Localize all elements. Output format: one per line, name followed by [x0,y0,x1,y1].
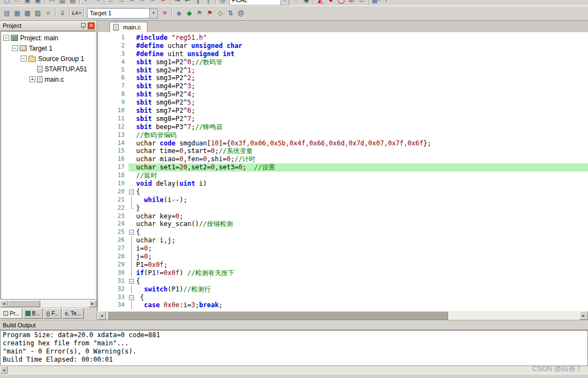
windows-icon[interactable]: ▦▾ [371,0,381,5]
code-line[interactable]: 28j=0; [98,253,588,261]
code-line[interactable]: 10sbit smg7=P2^6; [98,107,588,115]
batch-build-icon[interactable]: ▨ [33,8,43,19]
code-line[interactable]: 20−{ [98,188,588,196]
output-scroll-track[interactable] [8,366,588,374]
enable-breakpoints-icon[interactable]: ⊙ [357,0,367,5]
redo-icon[interactable]: ↷ [92,0,102,5]
code-editor[interactable]: 1#include "reg51.h"2#define uchar unsign… [97,32,588,310]
code-line[interactable]: 3#define uint unsigned int [98,50,588,58]
start-stop-debug-icon[interactable]: ◭ [315,0,326,5]
paste-icon[interactable]: ▤ [68,0,78,5]
code-line[interactable]: 18//延时 [98,172,588,180]
tree-item-startup-a51[interactable]: STARTUP.A51 [1,64,95,74]
code-line[interactable]: 5sbit smg2=P2^1; [98,66,588,75]
file-extensions-icon[interactable]: ◈ [174,8,184,19]
code-line[interactable]: 8sbit smg5=P2^4; [98,90,588,99]
target-combo[interactable]: Target 1▾ [87,8,158,19]
project-scroll-right-button[interactable]: ► [89,300,96,307]
code-line[interactable]: 27i=0; [98,245,588,253]
fold-collapse-icon[interactable]: − [128,228,135,236]
open-file-icon[interactable]: ▱ [12,0,22,5]
cut-icon[interactable]: ✂ [47,0,57,5]
code-line[interactable]: 16uchar miao=0,fen=0,shi=0;//计时 [98,155,588,163]
build-output-log[interactable]: Program Size: data=20.0 xdata=0 code=881… [0,330,588,365]
build-icon[interactable]: ▦ [12,8,22,19]
jump-back-icon[interactable]: ← [106,0,117,5]
stop-build-icon[interactable]: ■ [43,8,53,19]
code-line[interactable]: 12sbit beep=P3^7;//蜂鸣器 [98,123,588,131]
code-line[interactable]: 24uchar key_scan()//按键检测 [98,220,588,228]
tree-expander-icon[interactable]: + [29,76,35,82]
save-icon[interactable]: ▣ [22,0,33,5]
tree-item-main-c[interactable]: +main.c [1,74,95,84]
flag-icon[interactable]: ⚑ [194,8,205,19]
code-line[interactable]: 6sbit smg3=P2^2; [98,74,588,82]
editor-scroll-left-button[interactable]: ◄ [97,311,106,320]
translate-file-icon[interactable]: ▤ [2,8,12,19]
tree-expander-icon[interactable]: − [21,56,27,62]
panel-tab-books[interactable]: B... [23,308,43,319]
find-combo[interactable]: PCAL▾ [229,0,289,5]
prev-bookmark-icon[interactable]: ⚑ [137,0,148,5]
clear-bookmarks-icon[interactable]: ⚑ [158,0,168,5]
project-scroll-thumb[interactable] [8,300,40,307]
panel-tab-project[interactable]: Pr... [1,308,22,319]
code-line[interactable]: 34 case 0x0e:i=3;break; [98,301,588,309]
close-icon[interactable]: ✕ [88,22,95,29]
target-combo-dropdown-icon[interactable]: ▾ [149,9,157,18]
comment-icon[interactable]: ∥ [193,0,203,5]
spiral-icon[interactable]: @ [236,8,246,19]
fold-collapse-icon[interactable]: − [128,294,135,302]
undo-icon[interactable]: ↶ [82,0,92,5]
code-line[interactable]: 1#include "reg51.h" [98,34,588,42]
new-file-icon[interactable]: ▢ [2,0,12,5]
fold-collapse-icon[interactable]: − [128,277,135,285]
code-line[interactable]: 22} [98,204,588,212]
jump-forward-icon[interactable]: → [117,0,127,5]
flag-red-icon[interactable]: ⚑ [205,8,215,19]
code-line[interactable]: 11sbit smg8=P2^7; [98,115,588,123]
copy-icon[interactable]: ▥ [57,0,68,5]
indent-icon[interactable]: ⇥ [172,0,182,5]
kill-breakpoints-icon[interactable]: ⊘ [346,0,357,5]
tree-item-project-main[interactable]: −Project: main [1,33,95,43]
editor-scroll-thumb[interactable] [107,311,448,320]
logic-analyzer-icon[interactable]: LA▾ [71,8,82,19]
logic-analyzer-icon-dropdown-icon[interactable]: ▾ [79,11,81,15]
pin-icon[interactable] [79,22,86,29]
diamond-icon[interactable]: ◇ [215,8,225,19]
code-line[interactable]: 32 switch(P1)//检测行 [98,285,588,294]
code-line[interactable]: 26uchar i,j; [98,236,588,245]
windows-icon-dropdown-icon[interactable]: ▾ [378,0,381,2]
insert-breakpoint-icon[interactable]: ● [326,0,336,5]
help-icon[interactable]: ? [381,0,391,5]
code-line[interactable]: 4sbit smg1=P2^0;//数码管 [98,58,588,66]
tab-main-c[interactable]: main.c [109,22,148,32]
code-line[interactable]: 13//数码管编码 [98,131,588,139]
code-line[interactable]: 2#define uchar unsigned char [98,42,588,50]
code-line[interactable]: 21 while(i--); [98,196,588,204]
incremental-find-icon[interactable]: ◉ [301,0,311,5]
code-line[interactable]: 33− { [98,294,588,302]
find-combo-dropdown-icon[interactable]: ▾ [280,0,289,5]
panel-tab-templates[interactable]: 0,Te... [62,308,83,319]
code-line[interactable]: 25−{ [98,228,588,236]
panel-tab-functions[interactable]: {}F... [44,308,62,319]
code-line[interactable]: 19void delay(uint i) [98,180,588,188]
code-line[interactable]: 9sbit smg6=P2^5; [98,99,588,107]
bookmark-icon[interactable]: ⚑ [127,0,137,5]
code-line[interactable]: 15uchar time=0,start=0;//系统变量 [98,147,588,155]
project-scroll-left-button[interactable]: ◄ [0,300,8,307]
tree-expander-icon[interactable]: − [12,45,18,51]
project-scroll-track[interactable] [8,300,89,307]
find-in-files-icon[interactable]: ◎ [217,0,228,5]
code-line[interactable]: 30if(P1!=0x0f) //检测有无按下 [98,269,588,277]
output-scroll-left-button[interactable]: ◄ [0,366,8,374]
save-all-icon[interactable]: ▣ [33,0,43,5]
find-icon[interactable]: ◌ [291,0,301,5]
editor-scroll-track[interactable] [106,311,579,320]
code-line[interactable]: 14uchar code smgduan[10]={0x3f,0x06,0x5b… [98,139,588,148]
code-line[interactable]: 29P1=0x0f; [98,261,588,269]
code-line[interactable]: 17uchar set1=20,set2=0,set3=0; //设置 [98,163,588,172]
code-line[interactable]: 7sbit smg4=P2^3; [98,82,588,90]
